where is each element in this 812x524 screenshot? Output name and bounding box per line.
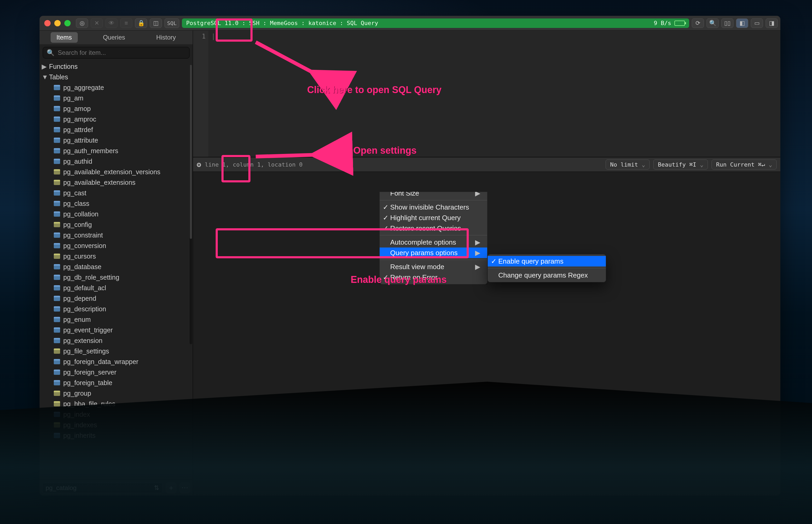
table-row[interactable]: pg_file_settings (39, 346, 193, 356)
table-row[interactable]: pg_group (39, 388, 193, 398)
beautify-button[interactable]: Beautify ⌘I ⌄ (653, 160, 708, 169)
table-row[interactable]: pg_db_role_setting (39, 272, 193, 282)
table-icon (54, 232, 60, 238)
table-icon (54, 285, 60, 291)
schema-select[interactable]: pg_catalog ⇅ (42, 482, 163, 493)
sidebar-full-icon[interactable]: ▭ (751, 18, 763, 28)
table-row[interactable]: pg_hba_file_rules (39, 398, 193, 409)
connection-bar[interactable]: PostgreSQL 11.0 : SSH : MemeGoos : katon… (182, 18, 689, 28)
table-name: pg_class (63, 200, 90, 208)
search-icon: 🔍 (47, 49, 54, 56)
table-row[interactable]: pg_am (39, 93, 193, 103)
eye-icon[interactable]: 👁 (105, 18, 118, 28)
table-row[interactable]: pg_available_extensions (39, 177, 193, 188)
run-button[interactable]: Run Current ⌘↵ ⌄ (712, 160, 777, 169)
check-icon: ✓ (383, 214, 389, 222)
sql-editor[interactable]: 1 | (193, 31, 780, 157)
more-button[interactable]: ⋯ (180, 482, 190, 493)
tab-items[interactable]: Items (51, 32, 78, 43)
table-icon (54, 85, 60, 90)
limit-select[interactable]: No limit ⌄ (605, 160, 650, 169)
columns-icon[interactable]: ▯▯ (721, 18, 733, 28)
query-params-submenu[interactable]: ✓Enable query paramsChange query params … (487, 254, 606, 282)
menu-item[interactable]: ✓Restore recent Queries (380, 223, 487, 233)
object-tree[interactable]: ▶Functions▼Tablespg_aggregatepg_ampg_amo… (39, 61, 193, 480)
table-row[interactable]: pg_index (39, 409, 193, 420)
menu-item[interactable]: Query params options▶ (380, 247, 487, 258)
tree-group-tables[interactable]: ▼Tables (39, 72, 193, 82)
tree-group-functions[interactable]: ▶Functions (39, 61, 193, 72)
table-row[interactable]: pg_depend (39, 293, 193, 304)
tab-history[interactable]: History (150, 32, 182, 43)
table-row[interactable]: pg_aggregate (39, 82, 193, 93)
target-icon[interactable]: ◎ (76, 18, 88, 28)
table-row[interactable]: pg_foreign_table (39, 377, 193, 388)
table-row[interactable]: pg_extension (39, 335, 193, 346)
table-row[interactable]: pg_cursors (39, 251, 193, 261)
sidebar-left-icon[interactable]: ◧ (736, 18, 748, 28)
table-row[interactable]: pg_available_extension_versions (39, 167, 193, 177)
cursor-status: line 1, column 1, location 0 (205, 161, 303, 168)
database-icon[interactable]: ◫ (150, 18, 162, 28)
table-row[interactable]: pg_database (39, 261, 193, 272)
sql-button[interactable]: SQL (164, 18, 179, 28)
table-row[interactable]: pg_inherits (39, 430, 193, 441)
table-row[interactable]: pg_amproc (39, 114, 193, 125)
menu-item[interactable]: ✓Highlight current Query (380, 212, 487, 223)
table-row[interactable]: pg_attribute (39, 135, 193, 146)
table-row[interactable]: pg_default_acl (39, 282, 193, 293)
caret-icon: ▶ (42, 63, 46, 70)
sidebar-right-icon[interactable]: ◨ (766, 18, 778, 28)
menu-item-label: Autocomplete options (390, 238, 456, 246)
table-row[interactable]: pg_description (39, 304, 193, 314)
table-row[interactable]: pg_indexes (39, 420, 193, 430)
menu-item[interactable]: ✓Enable query params (488, 256, 606, 266)
main-panel: 1 | ⚙ line 1, column 1, location 0 No li… (193, 31, 780, 495)
menu-item[interactable]: ✓Show invisible Characters (380, 202, 487, 212)
table-row[interactable]: pg_amop (39, 103, 193, 114)
sidebar-search[interactable]: 🔍 (43, 47, 190, 59)
sidebar-scrollbar[interactable] (190, 65, 192, 344)
menu-item[interactable]: ✓Return on Error (380, 272, 487, 282)
search-input[interactable] (57, 49, 185, 57)
menu-item[interactable]: Autocomplete options▶ (380, 237, 487, 247)
table-row[interactable]: pg_authid (39, 156, 193, 167)
table-icon (54, 243, 60, 248)
menu-item-label: Show invisible Characters (390, 203, 469, 211)
table-row[interactable]: pg_config (39, 219, 193, 230)
close-window-button[interactable] (44, 20, 51, 26)
table-row[interactable]: pg_conversion (39, 240, 193, 251)
table-row[interactable]: pg_class (39, 198, 193, 209)
table-row[interactable]: pg_foreign_server (39, 367, 193, 377)
table-row[interactable]: pg_constraint (39, 230, 193, 240)
add-button[interactable]: ＋ (166, 482, 176, 493)
lock-icon[interactable]: 🔒 (135, 18, 147, 28)
gear-icon[interactable]: ⚙ (197, 160, 201, 169)
list-icon[interactable]: ≡ (120, 18, 132, 28)
minimize-window-button[interactable] (54, 20, 61, 26)
settings-menu[interactable]: Font Size▶✓Show invisible Characters✓Hig… (379, 186, 487, 284)
table-row[interactable]: pg_enum (39, 314, 193, 325)
search-icon[interactable]: 🔍 (707, 18, 719, 28)
table-name: pg_hba_file_rules (63, 400, 115, 408)
table-icon (54, 412, 60, 417)
table-name: pg_foreign_server (63, 369, 116, 376)
menu-item[interactable]: Result view mode▶ (380, 261, 487, 272)
refresh-icon[interactable]: ⟳ (692, 18, 704, 28)
table-row[interactable]: pg_event_trigger (39, 325, 193, 335)
toolbar: ◎ ✕ 👁 ≡ 🔒 ◫ SQL PostgreSQL 11.0 : SSH : … (39, 16, 780, 31)
table-name: pg_conversion (63, 242, 106, 250)
table-icon (54, 327, 60, 333)
table-name: pg_inherits (63, 432, 95, 439)
table-row[interactable]: pg_foreign_data_wrapper (39, 356, 193, 367)
table-row[interactable]: pg_cast (39, 188, 193, 198)
close-icon[interactable]: ✕ (91, 18, 103, 28)
transfer-rate: 9 B/s (654, 20, 671, 26)
table-row[interactable]: pg_auth_members (39, 146, 193, 156)
table-row[interactable]: pg_attrdef (39, 125, 193, 135)
table-name: pg_attrdef (63, 126, 93, 134)
zoom-window-button[interactable] (64, 20, 71, 26)
table-row[interactable]: pg_collation (39, 209, 193, 219)
tab-queries[interactable]: Queries (97, 32, 131, 43)
menu-item[interactable]: Change query params Regex (488, 270, 606, 280)
